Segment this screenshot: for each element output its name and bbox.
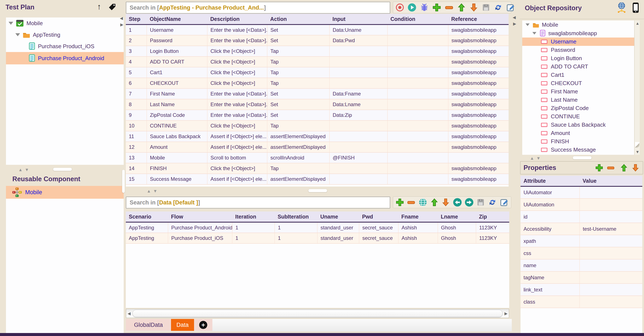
cell-condition[interactable] bbox=[388, 24, 448, 35]
cell-lname[interactable]: Ghosh bbox=[438, 233, 476, 244]
scroll-left-icon[interactable]: ◀ bbox=[128, 312, 131, 316]
cell-input[interactable]: Data:Pwd bbox=[330, 35, 388, 46]
cell-reference[interactable]: swaglabsmobileapp bbox=[448, 174, 508, 184]
cell-iteration[interactable]: 1 bbox=[232, 233, 275, 244]
play-icon[interactable] bbox=[407, 3, 417, 12]
scroll-right-icon[interactable]: ▶ bbox=[504, 312, 508, 316]
prev-icon[interactable] bbox=[453, 198, 462, 207]
property-row[interactable]: class bbox=[520, 296, 642, 308]
property-row[interactable]: link_text bbox=[520, 284, 642, 296]
cell-action[interactable]: Set bbox=[267, 88, 330, 99]
cell-step[interactable]: 5 bbox=[126, 67, 147, 78]
property-row[interactable]: UiAutomation bbox=[520, 198, 642, 211]
next-icon[interactable] bbox=[464, 198, 474, 207]
cell-object-name[interactable]: ZipPostal Code bbox=[147, 110, 207, 120]
cell-value[interactable] bbox=[580, 284, 642, 296]
property-row[interactable]: Accessibility test-Username bbox=[520, 223, 642, 235]
record-icon[interactable] bbox=[395, 3, 404, 12]
cell-input[interactable] bbox=[330, 78, 388, 88]
property-row[interactable]: id bbox=[520, 211, 642, 223]
repo-object-item[interactable]: Password bbox=[522, 46, 640, 54]
cell-input[interactable]: @FINISH bbox=[330, 152, 388, 163]
repo-object-item[interactable]: Cart1 bbox=[522, 71, 640, 79]
cell-step[interactable]: 2 bbox=[126, 35, 147, 46]
cell-object-name[interactable]: CHECKOUT bbox=[147, 78, 207, 88]
cell-scenario[interactable]: AppTesting bbox=[126, 222, 168, 233]
cell-object-name[interactable]: FINISH bbox=[147, 163, 207, 174]
cell-step[interactable]: 11 bbox=[126, 131, 147, 142]
cell-description[interactable]: Enter the value [<Data>]... bbox=[207, 99, 267, 110]
cell-reference[interactable]: swaglabsmobileapp bbox=[448, 46, 508, 56]
chevron-down-icon[interactable] bbox=[8, 22, 13, 25]
cell-reference[interactable]: swaglabsmobileapp bbox=[448, 67, 508, 78]
splitter-collapse-up[interactable]: ▲ bbox=[18, 168, 22, 172]
cell-description[interactable]: Assert if [<Object>] ele... bbox=[207, 131, 267, 142]
add-property-icon[interactable] bbox=[595, 164, 604, 172]
cell-object-name[interactable]: Mobile bbox=[147, 152, 207, 163]
move-row-down-icon[interactable] bbox=[441, 198, 450, 207]
save-icon[interactable] bbox=[476, 198, 485, 207]
cell-subiteration[interactable]: 1 bbox=[275, 233, 317, 244]
cell-description[interactable]: Assert if [<Object>] ele... bbox=[207, 174, 267, 184]
step-row[interactable]: 6 CHECKOUT Click the [<Object>] Tap swag… bbox=[126, 78, 508, 88]
repo-group-swaglabsmobileapp[interactable]: swaglabsmobileapp bbox=[522, 29, 640, 38]
splitter-left-arrow[interactable]: ◀ bbox=[120, 16, 123, 20]
step-row[interactable]: 8 Last Name Enter the value [<Data>]... … bbox=[126, 99, 508, 110]
reusable-item-mobile[interactable]: Mobile bbox=[6, 186, 124, 199]
vertical-splitter-handle[interactable] bbox=[122, 170, 125, 193]
cell-attribute[interactable]: name bbox=[520, 259, 580, 272]
add-row-icon[interactable] bbox=[395, 198, 404, 207]
step-row[interactable]: 3 Login Button Click the [<Object>] Tap … bbox=[126, 46, 508, 56]
cell-value[interactable] bbox=[580, 296, 642, 308]
remove-row-icon[interactable] bbox=[407, 198, 416, 207]
cell-step[interactable]: 7 bbox=[126, 88, 147, 99]
scrollbar-thumb[interactable] bbox=[132, 310, 503, 317]
edit-icon[interactable] bbox=[500, 198, 509, 207]
edit-icon[interactable] bbox=[506, 3, 515, 12]
cell-action[interactable]: assertElementDisplayed bbox=[267, 174, 330, 184]
cell-attribute[interactable]: Accessibility bbox=[520, 223, 580, 235]
splitter-collapse-down[interactable]: ▼ bbox=[25, 168, 29, 172]
step-row[interactable]: 14 FINISH Click the [<Object>] Tap swagl… bbox=[126, 163, 508, 174]
cell-reference[interactable]: swaglabsmobileapp bbox=[448, 24, 508, 35]
cell-condition[interactable] bbox=[388, 35, 448, 46]
cell-description[interactable]: Click the [<Object>] bbox=[207, 78, 267, 88]
cell-uname[interactable]: standard_user bbox=[317, 222, 359, 233]
cell-step[interactable]: 4 bbox=[126, 56, 147, 67]
cell-value[interactable] bbox=[580, 211, 642, 223]
refresh-icon[interactable] bbox=[488, 198, 497, 207]
save-icon[interactable] bbox=[482, 3, 490, 12]
cell-step[interactable]: 3 bbox=[126, 46, 147, 56]
cell-zip[interactable]: 1123KY bbox=[476, 233, 509, 244]
cell-step[interactable]: 10 bbox=[126, 120, 147, 131]
step-row[interactable]: 2 Password Enter the value [<Data>]... S… bbox=[126, 35, 508, 46]
property-row[interactable]: UiAutomator bbox=[520, 186, 642, 198]
move-row-up-icon[interactable] bbox=[430, 198, 439, 207]
cell-reference[interactable]: swaglabsmobileapp bbox=[448, 120, 508, 131]
cell-pwd[interactable]: secret_sauce bbox=[359, 233, 398, 244]
splitter-right-arrow[interactable]: ▶ bbox=[120, 22, 124, 27]
cell-action[interactable]: Set bbox=[267, 110, 330, 120]
cell-condition[interactable] bbox=[388, 174, 448, 184]
repo-object-item[interactable]: First Name bbox=[522, 88, 640, 96]
move-step-down-icon[interactable] bbox=[469, 3, 478, 12]
smartphone-icon[interactable] bbox=[631, 2, 640, 14]
cell-input[interactable]: Data:Lname bbox=[330, 99, 388, 110]
cell-object-name[interactable]: Login Button bbox=[147, 46, 207, 56]
cell-object-name[interactable]: Amount bbox=[147, 142, 207, 152]
repo-object-item[interactable]: CHECKOUT bbox=[522, 79, 640, 88]
repo-object-item[interactable]: Last Name bbox=[522, 96, 640, 104]
cell-object-name[interactable]: Success Message bbox=[147, 174, 207, 184]
cell-scenario[interactable]: AppTesting bbox=[126, 233, 168, 244]
cell-value[interactable] bbox=[580, 247, 642, 259]
cell-description[interactable]: Assert if [<Object>] ele... bbox=[207, 142, 267, 152]
cell-condition[interactable] bbox=[388, 152, 448, 163]
chevron-down-icon[interactable] bbox=[526, 24, 530, 26]
cell-object-name[interactable]: Cart1 bbox=[147, 67, 207, 78]
tree-item-apptesting[interactable]: AppTesting bbox=[6, 29, 124, 40]
cell-description[interactable]: Enter the value [<Data>]... bbox=[207, 24, 267, 35]
repo-object-item[interactable]: Sauce Labs Backpack bbox=[522, 121, 640, 129]
cell-input[interactable] bbox=[330, 174, 388, 184]
chevron-down-icon[interactable] bbox=[15, 33, 20, 36]
network-globe-icon[interactable] bbox=[616, 2, 627, 14]
